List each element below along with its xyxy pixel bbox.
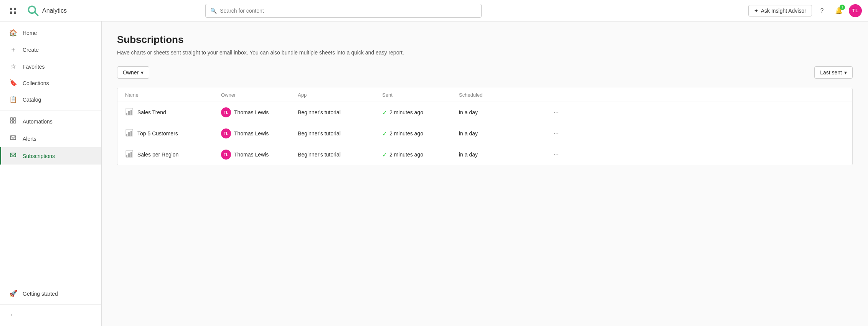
row2-more-button[interactable]: ··· [536, 130, 559, 137]
row3-owner-name: Thomas Lewis [234, 151, 269, 158]
collapse-icon: ← [9, 311, 17, 319]
chevron-down-icon: ▾ [141, 69, 144, 76]
svg-rect-8 [13, 118, 16, 120]
sidebar-item-catalog[interactable]: 📋 Catalog [0, 91, 101, 108]
row3-name-text: Sales per Region [137, 151, 178, 158]
svg-rect-22 [128, 153, 130, 157]
sidebar-item-collections[interactable]: 🔖 Collections [0, 75, 101, 91]
grid-menu-icon[interactable] [6, 4, 20, 18]
search-bar[interactable]: 🔍 [205, 4, 482, 18]
subscriptions-table: Name Owner App Sent Scheduled [117, 88, 853, 165]
main-content: Subscriptions Have charts or sheets sent… [102, 21, 868, 326]
sidebar-divider [0, 110, 101, 110]
table-row: Sales per Region TL Thomas Lewis Beginne… [117, 144, 852, 165]
svg-rect-17 [126, 134, 127, 136]
sidebar-label-getting-started: Getting started [23, 291, 58, 297]
alerts-icon [9, 134, 17, 143]
page-subtitle: Have charts or sheets sent straight to y… [117, 49, 853, 56]
search-icon: 🔍 [210, 8, 217, 14]
table-row: Sales Trend TL Thomas Lewis Beginner's t… [117, 102, 852, 123]
svg-rect-23 [130, 152, 132, 157]
row2-name: Top 5 Customers [125, 128, 221, 138]
sidebar-item-collapse[interactable]: ← [0, 307, 101, 323]
help-button[interactable]: ? [815, 4, 829, 18]
svg-rect-21 [126, 155, 127, 157]
svg-rect-18 [128, 132, 130, 136]
sidebar-item-home[interactable]: 🏠 Home [0, 25, 101, 41]
svg-rect-2 [10, 12, 12, 14]
search-input[interactable] [220, 8, 477, 14]
row3-more-button[interactable]: ··· [536, 151, 559, 158]
insight-advisor-button[interactable]: ✦ Ask Insight Advisor [748, 5, 812, 16]
sidebar: 🏠 Home ＋ Create ☆ Favorites 🔖 Collection… [0, 21, 102, 326]
notifications-button[interactable]: 🔔 1 [832, 4, 846, 18]
sort-label: Last sent [820, 69, 842, 76]
row3-owner-avatar: TL [221, 150, 231, 160]
row3-sent: ✓ 2 minutes ago [382, 151, 459, 158]
sort-chevron-icon: ▾ [844, 69, 847, 76]
user-avatar[interactable]: TL [849, 4, 862, 17]
col-owner: Owner [221, 92, 298, 98]
sidebar-label-catalog: Catalog [23, 97, 41, 103]
sidebar-item-automations[interactable]: Automations [0, 113, 101, 130]
help-icon: ? [820, 7, 824, 14]
insight-star-icon: ✦ [754, 8, 759, 14]
check-icon-1: ✓ [382, 109, 387, 116]
page-title: Subscriptions [117, 34, 853, 46]
col-sent: Sent [382, 92, 459, 98]
sidebar-label-create: Create [23, 47, 39, 53]
automations-icon [9, 117, 17, 126]
svg-rect-19 [130, 131, 132, 136]
check-icon-3: ✓ [382, 151, 387, 158]
row1-more-button[interactable]: ··· [536, 109, 559, 116]
row1-owner-avatar: TL [221, 107, 231, 117]
row1-owner-name: Thomas Lewis [234, 109, 269, 115]
insight-advisor-label: Ask Insight Advisor [761, 8, 806, 14]
catalog-icon: 📋 [9, 95, 17, 104]
sidebar-label-automations: Automations [23, 119, 53, 125]
sidebar-label-favorites: Favorites [23, 64, 45, 70]
sidebar-item-favorites[interactable]: ☆ Favorites [0, 58, 101, 75]
star-icon: ☆ [9, 63, 17, 71]
sidebar-item-create[interactable]: ＋ Create [0, 41, 101, 58]
chart-icon-1 [125, 107, 134, 117]
app-name: Analytics [42, 7, 67, 14]
row1-sent-time: 2 minutes ago [389, 109, 423, 115]
owner-filter-label: Owner [123, 69, 139, 76]
col-name: Name [125, 92, 221, 98]
row2-name-text: Top 5 Customers [137, 130, 178, 137]
chart-icon-3 [125, 150, 134, 160]
sidebar-label-collections: Collections [23, 80, 49, 86]
sidebar-item-subscriptions[interactable]: Subscriptions [0, 147, 101, 165]
topnav: Analytics 🔍 ✦ Ask Insight Advisor ? 🔔 1 … [0, 0, 868, 21]
col-app: App [298, 92, 382, 98]
row2-sent: ✓ 2 minutes ago [382, 130, 459, 137]
row2-sent-time: 2 minutes ago [389, 130, 423, 137]
sort-button[interactable]: Last sent ▾ [814, 66, 853, 79]
table-row: Top 5 Customers TL Thomas Lewis Beginner… [117, 123, 852, 144]
owner-filter-button[interactable]: Owner ▾ [117, 66, 149, 79]
row2-owner: TL Thomas Lewis [221, 128, 298, 138]
plus-icon: ＋ [9, 45, 17, 54]
svg-rect-7 [10, 118, 13, 120]
row2-owner-name: Thomas Lewis [234, 130, 269, 137]
sidebar-label-home: Home [23, 30, 37, 36]
sidebar-divider-2 [0, 304, 101, 305]
svg-rect-10 [13, 121, 16, 123]
sidebar-item-alerts[interactable]: Alerts [0, 130, 101, 147]
row1-scheduled: in a day [459, 109, 536, 115]
rocket-icon: 🚀 [9, 290, 17, 298]
col-actions [536, 92, 559, 98]
svg-rect-3 [14, 12, 16, 14]
bookmark-icon: 🔖 [9, 79, 17, 87]
row2-scheduled: in a day [459, 130, 536, 137]
table-header: Name Owner App Sent Scheduled [117, 88, 852, 102]
sidebar-label-alerts: Alerts [23, 136, 36, 142]
svg-rect-9 [10, 121, 13, 123]
row3-owner: TL Thomas Lewis [221, 150, 298, 160]
sidebar-item-getting-started[interactable]: 🚀 Getting started [0, 285, 101, 302]
topnav-right: ✦ Ask Insight Advisor ? 🔔 1 TL [748, 4, 862, 18]
qlik-logo: Analytics [26, 4, 67, 18]
check-icon-2: ✓ [382, 130, 387, 137]
row3-sent-time: 2 minutes ago [389, 151, 423, 158]
